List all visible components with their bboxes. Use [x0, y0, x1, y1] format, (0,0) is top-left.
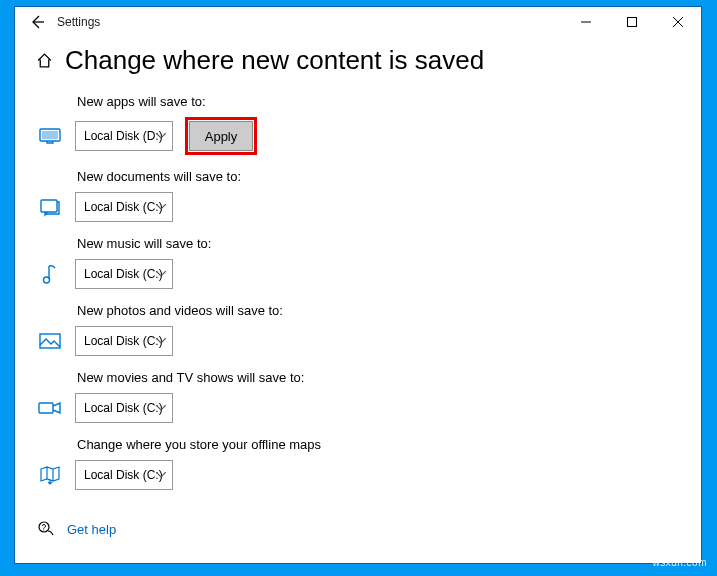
apps-label: New apps will save to: [77, 94, 677, 109]
apply-label: Apply [205, 129, 238, 144]
settings-window: Settings Change where new content is sav… [14, 6, 702, 564]
chevron-down-icon [156, 338, 166, 344]
movies-select[interactable]: Local Disk (C:) [75, 393, 173, 423]
photos-label: New photos and videos will save to: [77, 303, 677, 318]
close-button[interactable] [655, 7, 701, 37]
titlebar: Settings [15, 7, 701, 37]
music-label: New music will save to: [77, 236, 677, 251]
apply-button[interactable]: Apply [189, 121, 253, 151]
svg-rect-2 [41, 200, 57, 212]
apps-select[interactable]: Local Disk (D:) [75, 121, 173, 151]
music-row: Local Disk (C:) [35, 259, 677, 289]
photos-select-value: Local Disk (C:) [84, 334, 163, 348]
page-header: Change where new content is saved [35, 45, 677, 76]
maximize-icon [627, 17, 637, 27]
close-icon [673, 17, 683, 27]
maps-label: Change where you store your offline maps [77, 437, 677, 452]
help-icon [37, 520, 55, 538]
docs-select[interactable]: Local Disk (C:) [75, 192, 173, 222]
svg-rect-0 [628, 18, 637, 27]
arrow-left-icon [29, 14, 45, 30]
watermark: wsxdn.com [652, 557, 707, 568]
photos-row: Local Disk (C:) [35, 326, 677, 356]
help-row: Get help [37, 520, 677, 538]
apply-highlight: Apply [185, 117, 257, 155]
minimize-button[interactable] [563, 7, 609, 37]
docs-label: New documents will save to: [77, 169, 677, 184]
chevron-down-icon [156, 133, 166, 139]
svg-point-7 [43, 529, 44, 530]
maps-select[interactable]: Local Disk (C:) [75, 460, 173, 490]
chevron-down-icon [156, 405, 166, 411]
page-title: Change where new content is saved [65, 45, 484, 76]
chevron-down-icon [156, 271, 166, 277]
get-help-link[interactable]: Get help [67, 522, 116, 537]
svg-rect-1 [40, 129, 60, 141]
minimize-icon [581, 17, 591, 27]
back-button[interactable] [23, 8, 51, 36]
maps-icon [35, 465, 65, 485]
window-title: Settings [57, 15, 100, 29]
movies-row: Local Disk (C:) [35, 393, 677, 423]
movies-label: New movies and TV shows will save to: [77, 370, 677, 385]
music-icon [35, 263, 65, 285]
maps-row: Local Disk (C:) [35, 460, 677, 490]
music-select-value: Local Disk (C:) [84, 267, 163, 281]
content-area: Change where new content is saved New ap… [15, 37, 701, 563]
window-controls [563, 7, 701, 37]
maximize-button[interactable] [609, 7, 655, 37]
svg-rect-5 [39, 403, 53, 413]
music-select[interactable]: Local Disk (C:) [75, 259, 173, 289]
photos-select[interactable]: Local Disk (C:) [75, 326, 173, 356]
movies-select-value: Local Disk (C:) [84, 401, 163, 415]
chevron-down-icon [156, 472, 166, 478]
movies-icon [35, 400, 65, 416]
svg-point-3 [44, 277, 50, 283]
photos-icon [35, 333, 65, 349]
home-icon [36, 52, 53, 69]
apps-row: Local Disk (D:) Apply [35, 117, 677, 155]
apps-select-value: Local Disk (D:) [84, 129, 163, 143]
svg-rect-4 [40, 334, 60, 348]
documents-icon [35, 197, 65, 217]
chevron-down-icon [156, 204, 166, 210]
maps-select-value: Local Disk (C:) [84, 468, 163, 482]
docs-row: Local Disk (C:) [35, 192, 677, 222]
docs-select-value: Local Disk (C:) [84, 200, 163, 214]
apps-icon [35, 127, 65, 145]
home-button[interactable] [35, 52, 53, 70]
